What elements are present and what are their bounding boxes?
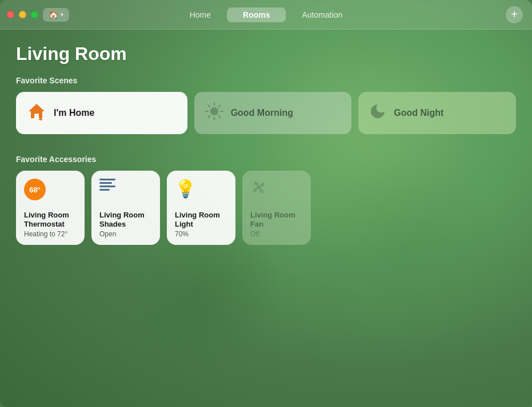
chevron-down-icon: ▾ [61, 11, 63, 18]
im-home-icon [26, 101, 47, 126]
room-title: Living Room [16, 43, 516, 65]
tab-home[interactable]: Home [174, 7, 227, 22]
thermostat-badge: 68° [24, 179, 46, 200]
tab-automation[interactable]: Automation [286, 7, 358, 22]
svg-point-5 [210, 107, 218, 115]
tabs-container: Home Rooms Automation [174, 7, 359, 22]
fan-status: Off [250, 230, 303, 238]
accessory-fan[interactable]: Living Room Fan Off [242, 171, 311, 245]
shades-icon [99, 179, 115, 191]
scenes-row: I'm Home Good [16, 92, 516, 134]
good-night-icon [369, 102, 387, 124]
minimize-button[interactable] [19, 11, 26, 18]
accessories-row: 68° Living Room Thermostat Heating to 72… [16, 171, 516, 245]
accessory-shades[interactable]: Living Room Shades Open [91, 171, 160, 245]
light-status: 70% [175, 230, 227, 238]
svg-line-10 [208, 105, 210, 107]
scene-im-home[interactable]: I'm Home [16, 92, 187, 134]
scene-good-morning[interactable]: Good Morning [194, 92, 352, 134]
scenes-section-label: Favorite Scenes [16, 76, 516, 85]
close-button[interactable] [7, 11, 14, 18]
svg-point-14 [257, 186, 261, 189]
home-pill[interactable]: 🏠 ▾ [43, 8, 69, 22]
scene-good-morning-label: Good Morning [231, 108, 293, 118]
fan-icon [250, 179, 267, 196]
traffic-lights [7, 11, 38, 18]
scene-im-home-label: I'm Home [54, 108, 94, 118]
thermostat-status: Heating to 72° [24, 230, 77, 238]
maximize-button[interactable] [31, 11, 38, 18]
shades-name: Living Room Shades [99, 211, 152, 229]
shades-status: Open [99, 230, 152, 238]
good-morning-icon [205, 102, 224, 125]
tab-rooms[interactable]: Rooms [227, 7, 286, 22]
svg-line-12 [208, 115, 210, 117]
home-pill-icon: 🏠 [49, 10, 58, 19]
accessory-light[interactable]: 💡 Living Room Light 70% [167, 171, 235, 245]
light-icon: 💡 [175, 179, 196, 198]
main-window: 🏠 ▾ Home Rooms Automation + Living Room … [0, 0, 532, 407]
light-name: Living Room Light [175, 211, 227, 229]
main-content: Living Room Favorite Scenes I'm Home [0, 30, 532, 259]
fan-name: Living Room Fan [250, 211, 303, 229]
svg-point-1 [39, 114, 42, 118]
svg-line-11 [218, 115, 220, 117]
accessories-section-label: Favorite Accessories [16, 155, 516, 164]
scene-good-night[interactable]: Good Night [358, 92, 516, 134]
accessory-thermostat[interactable]: 68° Living Room Thermostat Heating to 72… [16, 171, 85, 245]
scene-good-night-label: Good Night [394, 108, 443, 118]
thermostat-name: Living Room Thermostat [24, 211, 77, 229]
svg-line-13 [218, 105, 220, 107]
add-button[interactable]: + [506, 6, 523, 23]
titlebar: 🏠 ▾ Home Rooms Automation + [0, 0, 532, 30]
